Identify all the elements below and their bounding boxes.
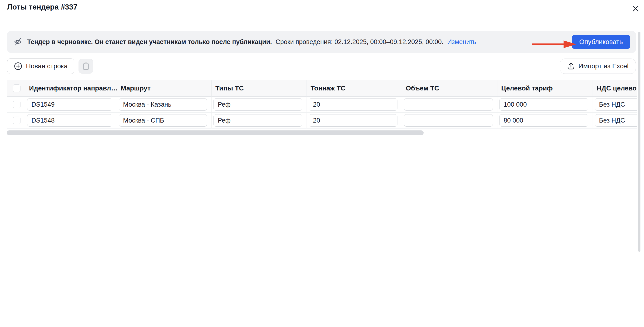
tonnage-input[interactable] <box>309 98 398 111</box>
select-all-checkbox[interactable] <box>13 84 20 92</box>
vehicle-types-input[interactable] <box>214 98 302 111</box>
publish-button[interactable]: Опубликовать <box>572 35 630 49</box>
toolbar: Новая строка Импорт из Excel <box>7 58 636 74</box>
red-arrow-annotation <box>531 40 577 49</box>
import-excel-button-label: Импорт из Excel <box>578 62 628 70</box>
table-row <box>8 96 25 112</box>
header-cell-select <box>8 80 25 96</box>
tonnage-input[interactable] <box>309 114 398 126</box>
vat-input[interactable] <box>595 114 637 126</box>
volume-input[interactable] <box>404 114 493 126</box>
page-title: Лоты тендера #337 <box>7 3 77 12</box>
header-cell-tonnage: Тоннаж ТС <box>307 80 402 96</box>
close-button[interactable] <box>631 4 640 13</box>
eye-off-icon <box>14 38 22 46</box>
header-cell-vat: НДС целевого тарифа <box>593 80 637 96</box>
new-row-button-label: Новая строка <box>26 62 68 70</box>
route-input[interactable] <box>119 98 207 111</box>
close-icon <box>632 5 639 12</box>
id-input[interactable] <box>27 114 112 126</box>
tender-lots-modal: Лоты тендера #337 Тендер в черновике. Он… <box>0 0 644 327</box>
volume-input[interactable] <box>404 98 493 111</box>
header-cell-volume: Объем ТС <box>402 80 498 96</box>
lots-grid: Идентификатор направл… Маршрут Типы ТС Т… <box>7 80 637 128</box>
vertical-scrollbar[interactable] <box>638 32 640 252</box>
import-excel-button[interactable]: Импорт из Excel <box>560 58 636 74</box>
delete-rows-button[interactable] <box>78 59 93 74</box>
lots-table: Идентификатор направл… Маршрут Типы ТС Т… <box>7 80 637 128</box>
id-input[interactable] <box>27 98 112 111</box>
row-checkbox[interactable] <box>13 116 20 124</box>
target-rate-input[interactable] <box>499 114 588 126</box>
draft-banner-dates-text: Сроки проведения: 02.12.2025, 00:00–09.1… <box>276 38 443 46</box>
header-divider <box>0 21 644 21</box>
draft-banner-bold-text: Тендер в черновике. Он станет виден учас… <box>27 38 272 46</box>
new-row-button[interactable]: Новая строка <box>7 58 74 74</box>
header-cell-target-rate: Целевой тариф <box>498 80 593 96</box>
trash-icon <box>82 62 90 70</box>
header-cell-route: Маршрут <box>117 80 212 96</box>
draft-banner: Тендер в черновике. Он станет виден учас… <box>7 31 636 53</box>
horizontal-scrollbar[interactable] <box>7 130 424 135</box>
plus-circle-icon <box>14 62 22 70</box>
edit-dates-link[interactable]: Изменить <box>447 38 476 46</box>
table-row <box>8 112 25 128</box>
header-cell-vehicle-types: Типы ТС <box>212 80 307 96</box>
scrollbar-track-line <box>636 80 637 314</box>
vat-input[interactable] <box>595 98 637 111</box>
vehicle-types-input[interactable] <box>214 114 302 126</box>
target-rate-input[interactable] <box>499 98 588 111</box>
row-checkbox[interactable] <box>13 101 20 108</box>
header-cell-id: Идентификатор направл… <box>25 80 117 96</box>
draft-banner-text: Тендер в черновике. Он станет виден учас… <box>27 38 476 46</box>
upload-icon <box>567 62 575 70</box>
route-input[interactable] <box>119 114 207 126</box>
